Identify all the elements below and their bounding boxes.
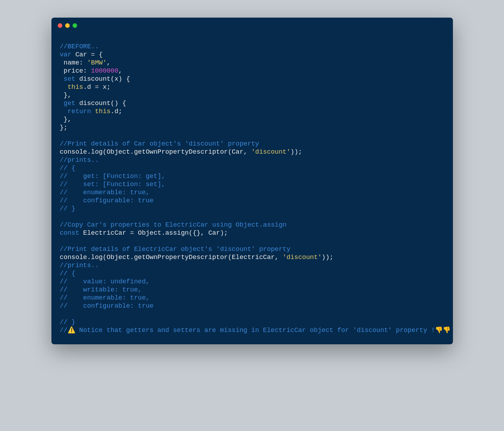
code-line: // value: undefined, [60,278,150,285]
code-token: get [60,100,80,107]
code-token: 'discount' [251,148,291,156]
code-token: , [118,67,122,75]
code-line: // } [60,205,75,213]
code-line: //Print details of ElectricCar object's … [60,246,291,253]
code-line: // set: [Function: set], [60,181,166,188]
code-token: this [68,84,83,91]
code-line: //Copy Car's properties to ElectricCar u… [60,221,287,229]
code-line: // } [60,319,75,326]
code-token: console.log(Object.getOwnPropertyDescrip… [60,254,283,261]
code-line: // get: [Function: get], [60,173,166,180]
code-token: , [107,59,111,67]
code-line: }, [60,92,71,99]
close-icon[interactable] [58,23,62,28]
code-line: //prints.. [60,156,99,164]
code-token: .d; [111,108,122,115]
code-token: 'BMW' [87,59,107,67]
code-token: name: [60,59,87,67]
code-token: discount() { [79,100,126,107]
thumbs-down-icon: 👎👎 [435,327,450,334]
code-line: // writable: true, [60,286,142,294]
maximize-icon[interactable] [73,23,77,28]
code-line: // configurable: true [60,197,154,204]
code-token: return [60,108,95,115]
code-line: // { [60,165,75,172]
code-line: // enumerable: true, [60,294,150,302]
code-line: //Print details of Car object's 'discoun… [60,140,259,148]
warning-icon: ⚠️ [68,327,75,334]
code-token: this [95,108,110,115]
code-token: Notice that getters and setters are miss… [75,327,435,334]
minimize-icon[interactable] [65,23,70,28]
code-line: // { [60,270,75,277]
code-line: // enumerable: true, [60,189,150,196]
code-line: //BEFORE.. [60,43,99,50]
code-token: )); [291,148,302,156]
code-token [60,84,68,91]
code-token: set [60,75,80,83]
code-token: console.log(Object.getOwnPropertyDescrip… [60,148,251,156]
code-token: .d = x; [83,84,111,91]
code-token: discount(x) { [79,75,130,83]
code-token: var [60,51,71,59]
code-token: 1000000 [91,67,118,75]
code-token: Car = { [71,51,103,59]
code-token: price: [60,67,91,75]
code-token: )); [322,254,333,261]
terminal-window: //BEFORE.. var Car = { name: 'BMW', pric… [51,18,453,344]
code-token: ElectricCar = Object.assign({}, Car); [79,229,228,237]
code-line: // configurable: true [60,302,154,310]
code-line: }; [60,124,68,131]
window-titlebar [51,18,453,33]
code-token: // [60,327,68,334]
code-line: }, [60,116,71,123]
code-block: //BEFORE.. var Car = { name: 'BMW', pric… [51,33,453,334]
code-token: const [60,229,80,237]
code-line: //prints.. [60,262,99,269]
code-token: 'discount' [282,254,322,261]
